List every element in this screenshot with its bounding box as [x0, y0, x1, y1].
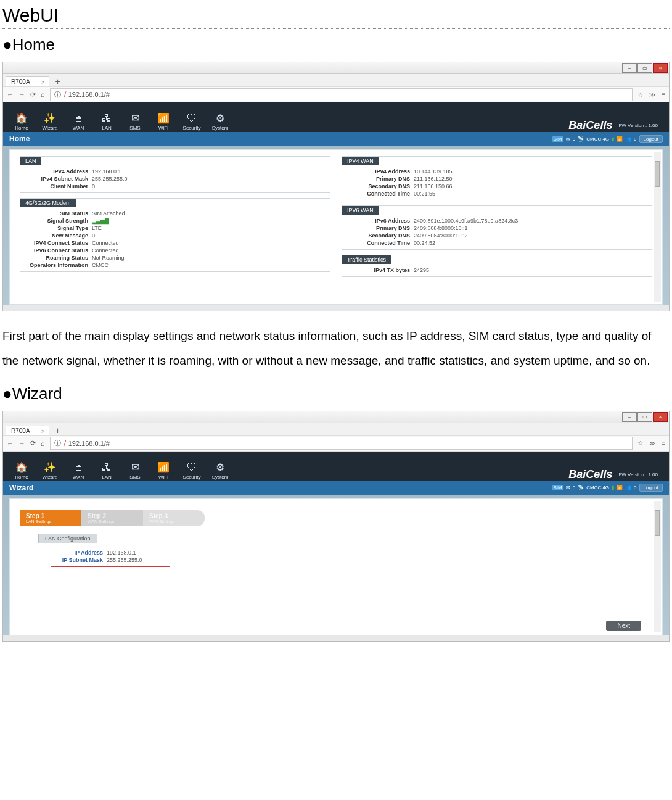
address-bar[interactable]: ⓘ⧸192.168.0.1/#: [50, 88, 633, 101]
scrollbar[interactable]: [654, 152, 661, 302]
new-tab-button[interactable]: +: [52, 76, 64, 86]
window-maximize-button[interactable]: ▭: [637, 412, 652, 422]
window-close-button[interactable]: ×: [653, 412, 668, 422]
browser-tab[interactable]: R700A×: [6, 426, 49, 435]
new-message-label: New Message: [27, 233, 92, 239]
address-bar[interactable]: ⓘ⧸192.168.0.1/#: [50, 437, 633, 450]
fw-version: FW Version : 1.00: [618, 123, 658, 128]
bookmark-icon[interactable]: ☆: [637, 440, 643, 447]
house-icon: 🏠: [15, 461, 28, 473]
wiz-ip-label: IP Address: [55, 550, 107, 556]
tab-close-icon[interactable]: ×: [41, 428, 45, 435]
wan4-ct-value: 00:21:55: [414, 191, 435, 197]
scrollbar-thumb[interactable]: [655, 510, 660, 536]
browser-tabbar: R700A× +: [3, 74, 669, 86]
nav-wan-label: WAN: [73, 474, 84, 480]
back-icon[interactable]: ←: [7, 440, 14, 447]
back-icon[interactable]: ←: [7, 91, 14, 98]
step1-subtitle: LAN Settings: [26, 519, 75, 524]
nav-security-label: Security: [183, 125, 201, 131]
wizard-step-3[interactable]: Step 3WiFi Settings: [143, 510, 205, 526]
tab-close-icon[interactable]: ×: [41, 79, 45, 86]
nav-lan[interactable]: 🖧LAN: [93, 106, 120, 132]
nav-wifi-label: WiFi: [158, 125, 168, 131]
window-maximize-button[interactable]: ▭: [637, 63, 652, 73]
browser-tab[interactable]: R700A×: [6, 76, 49, 86]
wan6-addr-value: 2409:891e:1000:4c9f:a9b1:78b9:a824:8c3: [414, 218, 518, 224]
nav-wizard-label: Wizard: [43, 125, 58, 131]
reload-icon[interactable]: ⟳: [30, 439, 36, 447]
nav-wifi[interactable]: 📶WiFi: [150, 455, 177, 481]
nav-home[interactable]: 🏠Home: [8, 455, 35, 481]
wizard-steps: Step 1LAN Settings Step 2WAN Settings St…: [20, 510, 652, 526]
nav-wizard[interactable]: ✨Wizard: [36, 106, 64, 132]
nav-security[interactable]: 🛡Security: [178, 106, 205, 132]
sim-badge: SIM: [552, 136, 563, 142]
lan-configuration-header: LAN Configuration: [38, 534, 97, 543]
brand-logo: BaiCells: [568, 468, 612, 481]
ipv4-connect-label: IPV4 Connect Status: [27, 240, 92, 246]
ipv4-connect-value: Connected: [92, 240, 119, 246]
home-content: LAN IPv4 Address192.168.0.1 IPv4 Subnet …: [9, 149, 663, 305]
lan-panel: LAN IPv4 Address192.168.0.1 IPv4 Subnet …: [20, 156, 330, 193]
menu-icon[interactable]: ≡: [662, 91, 665, 98]
traffic-tx-label: IPv4 TX bytes: [348, 267, 414, 273]
logout-button[interactable]: Logout: [639, 135, 663, 143]
brand-logo: BaiCells: [568, 119, 612, 132]
scrollbar[interactable]: [654, 501, 661, 632]
wan4-pdns-label: Primary DNS: [348, 176, 414, 182]
info-icon: ⓘ: [54, 439, 61, 448]
window-minimize-button[interactable]: –: [622, 63, 637, 73]
lan-mask-value: 255.255.255.0: [92, 176, 128, 182]
nav-wizard[interactable]: ✨Wizard: [36, 455, 64, 481]
nav-wan[interactable]: 🖥WAN: [65, 106, 92, 132]
traffic-panel-title: Traffic Statistics: [342, 255, 391, 264]
home-icon[interactable]: ⌂: [41, 440, 45, 447]
browser-urlbar: ← → ⟳ ⌂ ⓘ⧸192.168.0.1/# ☆ ≫ ≡: [3, 435, 669, 452]
next-button[interactable]: Next: [606, 621, 641, 631]
monitor-icon: 🖥: [73, 113, 83, 124]
nav-security[interactable]: 🛡Security: [178, 455, 205, 481]
bookmark-icon[interactable]: ☆: [637, 91, 643, 98]
nav-lan[interactable]: 🖧LAN: [93, 455, 120, 481]
forward-icon[interactable]: →: [18, 440, 25, 447]
doc-title: WebUI: [2, 5, 670, 29]
ipv6-connect-value: Connected: [92, 247, 119, 254]
nav-wifi[interactable]: 📶WiFi: [150, 106, 177, 132]
signal-strength-value: ▂▃▅▇: [92, 218, 109, 224]
nav-system[interactable]: ⚙System: [207, 455, 234, 481]
step3-title: Step 3: [149, 513, 168, 519]
nav-sms[interactable]: ✉SMS: [121, 455, 149, 481]
forward-icon[interactable]: →: [18, 91, 25, 98]
reload-icon[interactable]: ⟳: [30, 91, 36, 99]
wiz-ip-value[interactable]: 192.168.0.1: [107, 550, 136, 556]
menu-icon[interactable]: ≡: [662, 440, 665, 447]
nav-wan[interactable]: 🖥WAN: [65, 455, 92, 481]
step2-subtitle: WAN Settings: [88, 519, 137, 524]
home-icon[interactable]: ⌂: [41, 91, 45, 98]
step2-title: Step 2: [88, 513, 106, 519]
window-minimize-button[interactable]: –: [622, 412, 637, 422]
network-icon: 🖧: [102, 113, 112, 124]
scrollbar-thumb[interactable]: [655, 161, 660, 187]
signal-strength-label: Signal Strength: [27, 218, 92, 224]
step3-subtitle: WiFi Settings: [149, 519, 199, 524]
wan4-pdns-value: 211.136.112.50: [414, 176, 453, 182]
window-close-button[interactable]: ×: [653, 63, 668, 73]
signal-type-label: Signal Type: [27, 225, 92, 231]
wiz-mask-value[interactable]: 255.255.255.0: [107, 557, 142, 563]
nav-wizard-label: Wizard: [43, 474, 58, 480]
wizard-step-1[interactable]: Step 1LAN Settings: [20, 510, 81, 526]
wizard-step-2[interactable]: Step 2WAN Settings: [81, 510, 143, 526]
nav-security-label: Security: [183, 474, 201, 480]
status-area: SIM ✉0 📡 CMCC 4G ▮ 📶 👥0 Logout: [552, 135, 663, 143]
logout-button[interactable]: Logout: [639, 484, 663, 492]
nav-home[interactable]: 🏠Home: [8, 106, 35, 132]
nav-system[interactable]: ⚙System: [207, 106, 234, 132]
more-icon[interactable]: ≫: [649, 91, 655, 98]
new-tab-button[interactable]: +: [52, 426, 64, 435]
wan6-pdns-label: Primary DNS: [348, 225, 414, 231]
more-icon[interactable]: ≫: [649, 440, 655, 447]
screenshot-home: – ▭ × R700A× + ← → ⟳ ⌂ ⓘ⧸192.168.0.1/# ☆…: [2, 62, 670, 311]
nav-sms[interactable]: ✉SMS: [121, 106, 149, 132]
